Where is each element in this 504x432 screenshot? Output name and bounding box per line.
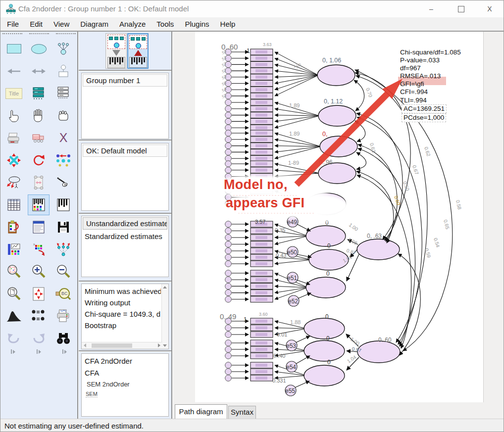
menu-diagram[interactable]: Diagram xyxy=(75,18,114,30)
zoom-in-icon[interactable] xyxy=(28,262,49,282)
toolbar-expander[interactable] xyxy=(37,349,41,354)
estimates-item-unstandardized[interactable]: Unstandardized estimates xyxy=(83,217,167,230)
undo-icon[interactable] xyxy=(3,329,24,348)
menu-tools[interactable]: Tools xyxy=(151,18,179,30)
panel-groove xyxy=(79,140,171,141)
menu-file[interactable]: File xyxy=(1,18,24,30)
resize-to-fit-page-icon[interactable] xyxy=(28,284,49,304)
computation-log-listbox[interactable]: Minimum was achieved Writing output Chi-… xyxy=(81,284,169,349)
duplicate-objects-icon[interactable] xyxy=(3,128,24,148)
model-item[interactable]: OK: Default model xyxy=(83,144,167,157)
toolbar-expander[interactable] xyxy=(11,349,15,354)
calculate-estimates-icon[interactable] xyxy=(53,195,74,215)
bayesian-analysis-icon[interactable] xyxy=(3,306,24,326)
scrollbar-thumb[interactable] xyxy=(92,343,132,348)
scroll-up-icon[interactable] xyxy=(163,286,167,288)
zoom-out-icon[interactable] xyxy=(53,262,74,282)
toolbar-drag-handle[interactable] xyxy=(2,33,22,36)
files-listbox[interactable]: CFA 2ndOrder CFA SEM 2ndOrder SEM xyxy=(81,353,169,417)
menu-edit[interactable]: Edit xyxy=(24,18,48,30)
show-entire-page-icon[interactable] xyxy=(3,284,24,304)
touch-up-diagram-icon[interactable] xyxy=(53,173,74,192)
estimates-listbox[interactable]: Unstandardized estimates Standardized es… xyxy=(81,216,169,277)
reflect-indicators-icon[interactable] xyxy=(53,150,74,170)
path-weight-label: 1.08 xyxy=(347,237,358,246)
file-item[interactable]: CFA 2ndOrder xyxy=(82,354,168,367)
minimize-button[interactable]: – xyxy=(420,2,442,15)
groups-listbox[interactable]: Group number 1 xyxy=(81,73,169,139)
scroll-down-icon[interactable] xyxy=(163,344,167,347)
examine-with-loupe-icon[interactable]: BC xyxy=(53,284,74,304)
toolbar-drag-handle[interactable] xyxy=(56,33,76,36)
maximize-button[interactable] xyxy=(450,2,472,15)
select-one-object-icon[interactable] xyxy=(3,106,24,126)
zoom-select-area-icon[interactable] xyxy=(3,262,24,282)
panel-groove xyxy=(79,213,171,214)
move-parameter-values-icon[interactable] xyxy=(3,173,24,192)
object-properties-icon[interactable] xyxy=(3,240,24,259)
redo-icon[interactable] xyxy=(28,329,49,348)
menu-plugins[interactable]: Plugins xyxy=(179,18,214,30)
control-panel: Group number 1 OK: Default model Unstand… xyxy=(79,32,171,419)
draw-path-arrow-icon[interactable] xyxy=(3,61,24,81)
toolbar-drag-handle[interactable] xyxy=(29,33,49,36)
file-item[interactable]: SEM 2ndOrder xyxy=(82,379,168,389)
draw-observed-rectangle-icon[interactable] xyxy=(3,39,24,59)
scroll-right-icon[interactable] xyxy=(158,343,160,347)
annotation-text-line1: Model no, xyxy=(224,177,288,192)
variance-label: 0..49 xyxy=(220,312,236,321)
draw-latent-with-indicators-icon[interactable] xyxy=(53,39,74,59)
view-output-path-diagram-button[interactable] xyxy=(127,33,149,69)
file-item[interactable]: CFA xyxy=(82,367,168,379)
scroll-diagram-icon[interactable] xyxy=(28,173,49,192)
fit-stat-line: Chi-square/df=1.085 xyxy=(400,48,461,56)
menu-analyze[interactable]: Analyze xyxy=(114,18,151,30)
view-text-output-icon[interactable] xyxy=(28,217,49,237)
rotate-indicators-icon[interactable] xyxy=(28,150,49,170)
figure-caption-title-icon[interactable]: Title xyxy=(3,84,24,103)
print-diagram-icon[interactable] xyxy=(53,306,74,326)
move-objects-resize-icon[interactable] xyxy=(3,150,24,170)
view-input-path-diagram-button[interactable] xyxy=(105,33,127,69)
menu-bar: File Edit View Diagram Analyze Tools Plu… xyxy=(0,17,504,31)
log-vertical-scrollbar[interactable] xyxy=(161,284,168,349)
drag-properties-icon[interactable] xyxy=(28,240,49,259)
annotation-text-line2: appears GFI xyxy=(226,195,304,211)
preserve-symmetries-icon[interactable] xyxy=(53,240,74,259)
group-item[interactable]: Group number 1 xyxy=(83,74,167,87)
select-data-files-icon[interactable] xyxy=(3,195,24,215)
log-horizontal-scrollbar[interactable] xyxy=(82,342,162,349)
models-listbox[interactable]: OK: Default model xyxy=(81,143,169,211)
tab-syntax[interactable]: Syntax xyxy=(228,406,256,419)
scroll-left-icon[interactable] xyxy=(84,343,86,347)
tab-path-diagram[interactable]: Path diagram xyxy=(175,404,227,419)
draw-covariance-arrow-icon[interactable] xyxy=(28,61,49,81)
file-item[interactable]: SEM xyxy=(82,389,168,398)
add-error-variable-icon[interactable] xyxy=(53,61,74,81)
multiple-group-analysis-icon[interactable] xyxy=(28,306,49,326)
loading-label: 1.00 xyxy=(293,62,302,69)
draw-unobserved-ellipse-icon[interactable] xyxy=(28,39,49,59)
fit-stat-line: TLI=.994 xyxy=(400,96,461,104)
fit-stat-line: P-value=.033 xyxy=(400,56,461,64)
list-variables-in-dataset-icon[interactable] xyxy=(53,84,74,103)
save-diagram-icon[interactable] xyxy=(53,217,74,237)
specification-search-icon[interactable] xyxy=(53,329,74,348)
output-diagram-icon xyxy=(129,35,147,49)
list-variables-in-model-icon[interactable] xyxy=(28,84,49,103)
menu-help[interactable]: Help xyxy=(215,18,241,30)
factor-label: 0, xyxy=(322,131,327,138)
title-bar[interactable]: Cfa 2ndorder : Group number 1 : OK: Defa… xyxy=(0,0,504,17)
move-objects-icon[interactable] xyxy=(28,128,49,148)
error-label: e53 xyxy=(286,342,296,349)
toolbar-expander[interactable] xyxy=(62,349,67,354)
select-all-objects-icon[interactable] xyxy=(28,106,49,126)
estimates-item-standardized[interactable]: Standardized estimates xyxy=(82,231,168,242)
analysis-properties-icon[interactable] xyxy=(28,195,49,215)
copy-to-clipboard-icon[interactable] xyxy=(3,217,24,237)
erase-objects-icon[interactable]: X xyxy=(53,128,74,148)
menu-view[interactable]: View xyxy=(48,18,75,30)
close-button[interactable]: X xyxy=(479,2,501,15)
error-label: e52 xyxy=(288,298,298,305)
deselect-all-objects-icon[interactable] xyxy=(53,106,74,126)
